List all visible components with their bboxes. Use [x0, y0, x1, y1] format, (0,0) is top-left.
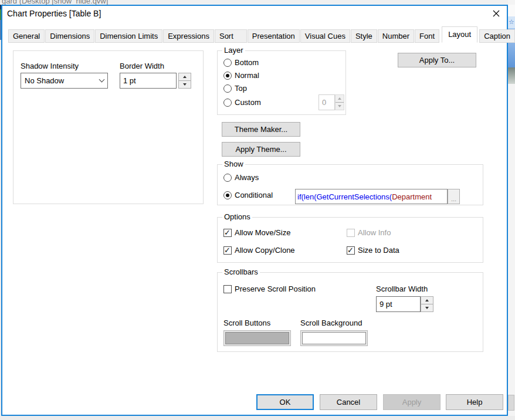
- background-window-strip: gard (Desktop [show_hide.qvw]: [0, 0, 515, 5]
- apply-to-button[interactable]: Apply To...: [398, 53, 476, 67]
- background-window-title: gard (Desktop [show_hide.qvw]: [2, 0, 108, 5]
- background-right-sliver: ☆: [508, 0, 515, 420]
- scrollbar-width-input[interactable]: 9 pt: [376, 296, 421, 312]
- apply-theme-button[interactable]: Apply Theme...: [222, 142, 300, 157]
- chart-properties-dialog: Chart Properties [Table B] General Dimen…: [1, 5, 508, 416]
- show-group: Show Always Conditional if(len(GetCurren…: [217, 164, 483, 205]
- custom-layer-stepper: [335, 94, 344, 110]
- checkbox-allow-info: Allow Info: [347, 228, 391, 237]
- border-shadow-group: Shadow Intensity No Shadow Border Width …: [13, 50, 204, 204]
- border-width-label: Border Width: [120, 62, 164, 70]
- border-width-input[interactable]: 1 pt: [120, 73, 177, 89]
- ok-button[interactable]: OK: [256, 394, 314, 410]
- checkbox-allow-move-size[interactable]: Allow Move/Size: [223, 228, 290, 237]
- spin-down-icon[interactable]: [421, 304, 433, 311]
- tab-caption[interactable]: Caption: [479, 29, 515, 43]
- shadow-intensity-label: Shadow Intensity: [21, 62, 79, 70]
- checkbox-size-to-data[interactable]: Size to Data: [347, 246, 399, 255]
- scrollbars-group-label: Scrollbars: [222, 267, 260, 276]
- tab-dimension-limits[interactable]: Dimension Limits: [95, 29, 162, 43]
- chevron-down-icon: [99, 77, 105, 83]
- layer-radio-normal[interactable]: Normal: [223, 71, 259, 80]
- condition-expression-function: if(len(GetCurrentSelections(: [297, 192, 392, 201]
- scroll-background-color-swatch[interactable]: [300, 330, 368, 346]
- scroll-buttons-color-swatch[interactable]: [223, 330, 291, 346]
- layer-radio-top[interactable]: Top: [223, 84, 247, 93]
- show-radio-always[interactable]: Always: [223, 173, 259, 182]
- radio-icon[interactable]: [223, 174, 232, 182]
- layer-group-label: Layer: [222, 46, 245, 55]
- scrollbar-width-label: Scrollbar Width: [376, 284, 428, 293]
- tab-expressions[interactable]: Expressions: [163, 29, 214, 43]
- condition-expression-field: Department: [392, 192, 432, 201]
- checkbox-checked-icon[interactable]: [347, 246, 355, 255]
- custom-layer-input: 0: [319, 94, 335, 110]
- radio-selected-icon[interactable]: [223, 191, 232, 199]
- radio-icon[interactable]: [223, 99, 232, 107]
- radio-selected-icon[interactable]: [223, 72, 232, 80]
- options-group: Options Allow Move/Size Allow Info Allow…: [217, 217, 483, 263]
- tab-number[interactable]: Number: [378, 29, 414, 43]
- scrollbar-width-stepper[interactable]: [421, 296, 433, 312]
- dialog-titlebar: Chart Properties [Table B]: [2, 6, 507, 21]
- shadow-intensity-select[interactable]: No Shadow: [21, 73, 108, 89]
- scrollbars-group: Scrollbars Preserve Scroll Position Scro…: [217, 272, 483, 352]
- spin-up-icon: [336, 95, 344, 102]
- border-width-stepper[interactable]: [178, 73, 191, 89]
- theme-maker-button[interactable]: Theme Maker...: [222, 122, 300, 137]
- scroll-background-label: Scroll Background: [300, 319, 362, 327]
- background-bottom-strip: [0, 416, 515, 420]
- dialog-title: Chart Properties [Table B]: [7, 9, 101, 18]
- shadow-intensity-value: No Shadow: [25, 76, 64, 85]
- tab-dimensions[interactable]: Dimensions: [45, 29, 94, 43]
- tab-font[interactable]: Font: [415, 29, 439, 43]
- checkbox-checked-icon[interactable]: [223, 246, 232, 255]
- radio-icon[interactable]: [223, 84, 232, 93]
- layer-radio-custom[interactable]: Custom: [223, 98, 261, 107]
- checkbox-preserve-scroll-position[interactable]: Preserve Scroll Position: [223, 284, 316, 293]
- checkbox-allow-copy-clone[interactable]: Allow Copy/Clone: [223, 246, 295, 255]
- spin-down-icon: [336, 102, 344, 110]
- checkbox-icon: [347, 229, 355, 237]
- cancel-button[interactable]: Cancel: [320, 394, 377, 410]
- tab-presentation[interactable]: Presentation: [248, 29, 300, 43]
- show-radio-conditional[interactable]: Conditional: [223, 191, 273, 199]
- options-group-label: Options: [222, 212, 252, 221]
- tab-general[interactable]: General: [8, 29, 45, 43]
- spin-up-icon[interactable]: [179, 73, 191, 80]
- checkbox-checked-icon[interactable]: [223, 229, 232, 237]
- layer-group: Layer Bottom Normal Top Custom 0: [217, 50, 346, 115]
- condition-browse-button[interactable]: ...: [448, 189, 460, 204]
- spin-up-icon[interactable]: [421, 297, 433, 304]
- radio-icon[interactable]: [223, 59, 232, 67]
- scroll-buttons-label: Scroll Buttons: [223, 319, 270, 327]
- close-icon[interactable]: [490, 8, 502, 19]
- tab-style[interactable]: Style: [351, 29, 377, 43]
- tab-layout[interactable]: Layout: [442, 26, 477, 43]
- apply-button: Apply: [383, 394, 441, 410]
- condition-expression-input[interactable]: if(len(GetCurrentSelections(Department: [295, 189, 448, 204]
- tab-sort[interactable]: Sort: [215, 29, 247, 43]
- tab-visual-cues[interactable]: Visual Cues: [300, 29, 350, 43]
- spin-down-icon[interactable]: [179, 80, 191, 88]
- layer-radio-bottom[interactable]: Bottom: [223, 58, 259, 67]
- checkbox-icon[interactable]: [223, 285, 232, 293]
- help-button[interactable]: Help: [446, 394, 503, 410]
- tab-bar: General Dimensions Dimension Limits Expr…: [8, 26, 515, 43]
- show-group-label: Show: [222, 160, 245, 168]
